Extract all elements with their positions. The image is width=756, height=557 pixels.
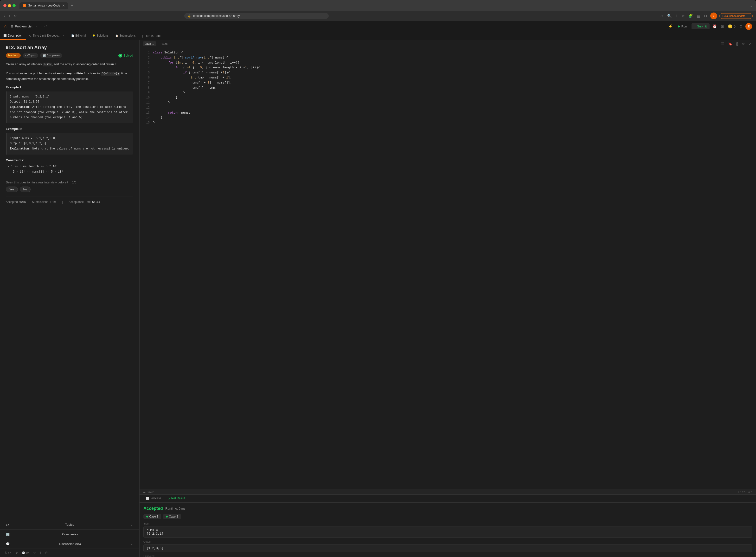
- constraints-list: 1 <= nums.length <= 5 * 10⁴ -5 * 10⁴ <= …: [6, 164, 133, 175]
- split-view-icon[interactable]: ⊡: [703, 13, 708, 19]
- run-label: Run: [682, 25, 687, 28]
- brackets-icon[interactable]: {}: [735, 41, 739, 46]
- footer-more[interactable]: ⏱: [45, 551, 48, 555]
- submit-button[interactable]: ↑ Submit: [692, 23, 710, 29]
- tab-close-button[interactable]: ✕: [62, 4, 65, 7]
- problem-title: 912. Sort an Array: [6, 45, 133, 50]
- undo-icon[interactable]: ↺: [741, 41, 746, 46]
- random-problem-button[interactable]: ⇄: [43, 24, 48, 29]
- share-icon[interactable]: ⤴: [675, 13, 678, 19]
- user-avatar[interactable]: E: [710, 12, 717, 19]
- testcase-tab[interactable]: ⬜ Testcase: [143, 495, 164, 502]
- code-editor[interactable]: 1 class Solution { 2 public int[] sortAr…: [140, 48, 756, 489]
- layout-icon[interactable]: ⊞: [720, 23, 725, 30]
- url-bar[interactable]: 🔒 leetcode.com/problems/sort-an-array/: [184, 13, 329, 19]
- footer-copyright[interactable]: © 6K: [5, 551, 11, 555]
- format-icon[interactable]: ☰: [720, 41, 725, 46]
- companies-section-icon: 🏢: [6, 532, 10, 536]
- yes-button[interactable]: Yes: [6, 186, 18, 192]
- coin-icon[interactable]: 🪙 0: [727, 23, 736, 30]
- stats-row: Accepted 604K Submissions 1.1M | Accepta…: [6, 196, 133, 204]
- input-section: Input nums = [5,2,3,1]: [143, 522, 752, 538]
- address-bar: ‹ › ↻ 🔒 leetcode.com/problems/sort-an-ar…: [0, 11, 756, 21]
- companies-chevron-icon: ⌄: [130, 532, 133, 536]
- bolt-icon[interactable]: ⚡: [667, 23, 674, 30]
- case1-dot: [146, 516, 148, 518]
- new-tab-button[interactable]: +: [69, 3, 75, 9]
- example2-explanation: Explanation: Note that the values of num…: [10, 146, 130, 152]
- submissions-tab-label: Submissions: [119, 34, 136, 37]
- refresh-button[interactable]: ↻: [13, 13, 18, 19]
- run-shortcut-label: Run ⌘: [145, 34, 154, 37]
- language-selector[interactable]: Java ⌄: [143, 41, 156, 46]
- code-line-10: 10 }: [140, 95, 756, 100]
- example2-title: Example 2:: [6, 127, 133, 131]
- test-result-tab[interactable]: ▷ Test Result: [165, 495, 188, 502]
- tab-group-icon[interactable]: ▤: [696, 13, 701, 19]
- input-value: [5,2,3,1]: [147, 532, 749, 535]
- time-limit-tab-label: Time Limit Exceede...: [33, 34, 60, 37]
- forward-button[interactable]: ›: [8, 13, 11, 19]
- tab-editorial[interactable]: 📄 Editorial: [68, 32, 89, 40]
- lc-user-avatar[interactable]: E: [746, 23, 752, 30]
- case1-tab[interactable]: Case 1: [143, 514, 161, 519]
- clock-icon[interactable]: ⏰: [712, 23, 718, 30]
- google-icon[interactable]: G: [660, 13, 664, 19]
- tab-list-button[interactable]: ⌄: [750, 4, 753, 7]
- tab-description[interactable]: ⬜ Description: [0, 32, 26, 40]
- solved-badge: ✓ Solved: [118, 53, 133, 58]
- code-line-8: 8 nums[j] = tmp;: [140, 85, 756, 90]
- companies-section-label: Companies: [62, 532, 78, 536]
- example1-title: Example 1:: [6, 85, 133, 89]
- search-icon[interactable]: 🔍: [666, 13, 672, 19]
- accepted-badge: Accepted Runtime: 0 ms: [143, 506, 752, 511]
- relaunch-button[interactable]: Relaunch to update ⋮: [719, 13, 753, 19]
- active-tab[interactable]: L Sort an Array - LeetCode ✕: [20, 2, 68, 9]
- extensions-icon[interactable]: 🧩: [688, 13, 694, 19]
- nums-label: nums =: [147, 528, 749, 532]
- settings-icon[interactable]: ⚙: [738, 23, 744, 30]
- auto-badge: • Auto: [160, 42, 168, 45]
- problem-content: 912. Sort an Array Medium 🏷 Topics 🏢 Com…: [0, 40, 139, 520]
- tab-solutions[interactable]: 💡 Solutions: [89, 32, 112, 40]
- output-box: [1,2,3,5]: [143, 544, 752, 552]
- example1-block: Input: nums = [5,2,3,1] Output: [1,2,3,5…: [6, 91, 133, 123]
- next-problem-button[interactable]: ›: [39, 24, 42, 29]
- tab-submissions[interactable]: 📋 Submissions: [112, 32, 139, 40]
- footer-share[interactable]: ⤴: [40, 551, 41, 555]
- code-line-12: 12: [140, 106, 756, 111]
- interview-buttons: Yes No: [6, 186, 133, 192]
- tab-time-limit[interactable]: ⏱ Time Limit Exceede... ✕: [26, 32, 68, 40]
- prev-problem-button[interactable]: ‹: [35, 24, 38, 29]
- discussion-section-header[interactable]: 💬 Discussion (95) ⌄: [0, 539, 139, 549]
- bookmark-icon[interactable]: ☆: [681, 13, 685, 19]
- problem-list-label: Problem List: [15, 25, 32, 28]
- footer-star[interactable]: ☆: [33, 551, 36, 555]
- footer-refresh[interactable]: ↻: [16, 551, 18, 555]
- no-button[interactable]: No: [20, 186, 31, 192]
- expand-icon[interactable]: ⤢: [748, 41, 753, 46]
- problem-list-nav[interactable]: ☰ Problem List: [10, 25, 32, 28]
- code-line-2: 2 public int[] sortArray(int[] nums) {: [140, 55, 756, 60]
- bookmark-code-icon[interactable]: 🔖: [727, 41, 733, 46]
- topics-section-header[interactable]: 🏷 Topics ⌄: [0, 520, 139, 529]
- footer-discussion[interactable]: 💬 95: [22, 551, 29, 555]
- topics-tag[interactable]: 🏷 Topics: [23, 53, 38, 58]
- maximize-window-button[interactable]: [12, 4, 16, 7]
- close-window-button[interactable]: [3, 4, 6, 7]
- companies-section-header[interactable]: 🏢 Companies ⌄: [0, 529, 139, 539]
- code-line-14: 14 }: [140, 115, 756, 120]
- runtime-text: Runtime: 0 ms: [165, 507, 185, 510]
- minimize-window-button[interactable]: [8, 4, 11, 7]
- code-line-6: 6 int tmp = nums[j + 1];: [140, 75, 756, 80]
- test-result-tab-label: Test Result: [171, 497, 185, 500]
- time-limit-close-icon[interactable]: ✕: [62, 34, 64, 37]
- back-button[interactable]: ‹: [3, 13, 6, 19]
- companies-tag[interactable]: 🏢 Companies: [40, 53, 63, 58]
- case2-tab[interactable]: Case 2: [163, 514, 181, 519]
- run-button[interactable]: Run: [676, 23, 690, 29]
- code-line-15: 15 }: [140, 120, 756, 125]
- solved-check-icon: ✓: [118, 54, 122, 58]
- lc-logo[interactable]: ⌂: [4, 24, 7, 29]
- problem-tabs: ⬜ Description ⏱ Time Limit Exceede... ✕ …: [0, 32, 756, 40]
